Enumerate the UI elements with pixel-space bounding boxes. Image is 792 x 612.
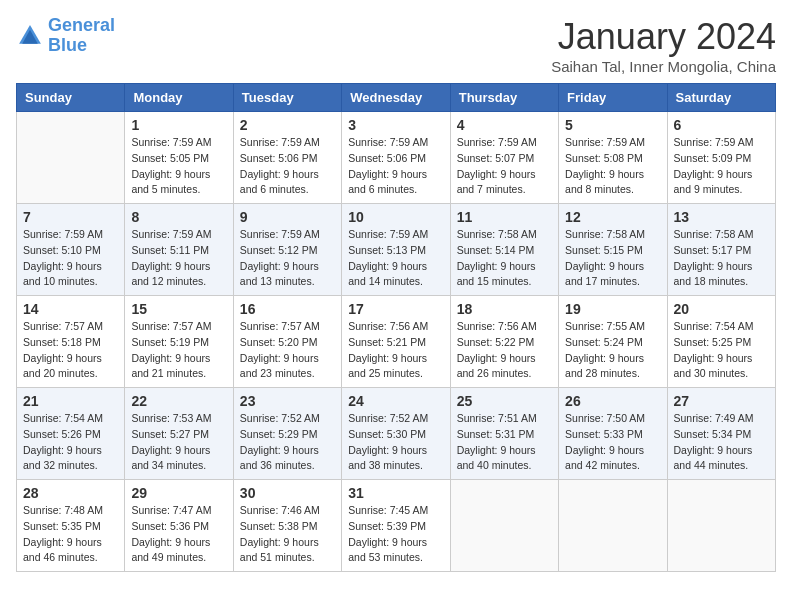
day-info: Sunrise: 7:46 AMSunset: 5:38 PMDaylight:… bbox=[240, 503, 335, 566]
table-row: 3Sunrise: 7:59 AMSunset: 5:06 PMDaylight… bbox=[342, 112, 450, 204]
day-number: 7 bbox=[23, 209, 118, 225]
table-row: 18Sunrise: 7:56 AMSunset: 5:22 PMDayligh… bbox=[450, 296, 558, 388]
table-row: 22Sunrise: 7:53 AMSunset: 5:27 PMDayligh… bbox=[125, 388, 233, 480]
day-number: 30 bbox=[240, 485, 335, 501]
day-number: 23 bbox=[240, 393, 335, 409]
day-info: Sunrise: 7:55 AMSunset: 5:24 PMDaylight:… bbox=[565, 319, 660, 382]
day-number: 15 bbox=[131, 301, 226, 317]
day-info: Sunrise: 7:54 AMSunset: 5:26 PMDaylight:… bbox=[23, 411, 118, 474]
table-row: 23Sunrise: 7:52 AMSunset: 5:29 PMDayligh… bbox=[233, 388, 341, 480]
calendar-week-2: 7Sunrise: 7:59 AMSunset: 5:10 PMDaylight… bbox=[17, 204, 776, 296]
table-row: 30Sunrise: 7:46 AMSunset: 5:38 PMDayligh… bbox=[233, 480, 341, 572]
day-info: Sunrise: 7:59 AMSunset: 5:10 PMDaylight:… bbox=[23, 227, 118, 290]
table-row: 8Sunrise: 7:59 AMSunset: 5:11 PMDaylight… bbox=[125, 204, 233, 296]
day-number: 16 bbox=[240, 301, 335, 317]
table-row: 17Sunrise: 7:56 AMSunset: 5:21 PMDayligh… bbox=[342, 296, 450, 388]
header-friday: Friday bbox=[559, 84, 667, 112]
day-number: 1 bbox=[131, 117, 226, 133]
calendar-table: Sunday Monday Tuesday Wednesday Thursday… bbox=[16, 83, 776, 572]
title-block: January 2024 Saihan Tal, Inner Mongolia,… bbox=[551, 16, 776, 75]
table-row: 14Sunrise: 7:57 AMSunset: 5:18 PMDayligh… bbox=[17, 296, 125, 388]
day-number: 8 bbox=[131, 209, 226, 225]
table-row: 6Sunrise: 7:59 AMSunset: 5:09 PMDaylight… bbox=[667, 112, 775, 204]
day-info: Sunrise: 7:59 AMSunset: 5:12 PMDaylight:… bbox=[240, 227, 335, 290]
day-info: Sunrise: 7:52 AMSunset: 5:30 PMDaylight:… bbox=[348, 411, 443, 474]
header-sunday: Sunday bbox=[17, 84, 125, 112]
logo-text: General Blue bbox=[48, 16, 115, 56]
table-row: 27Sunrise: 7:49 AMSunset: 5:34 PMDayligh… bbox=[667, 388, 775, 480]
logo-general: General bbox=[48, 15, 115, 35]
table-row: 4Sunrise: 7:59 AMSunset: 5:07 PMDaylight… bbox=[450, 112, 558, 204]
day-number: 20 bbox=[674, 301, 769, 317]
day-info: Sunrise: 7:45 AMSunset: 5:39 PMDaylight:… bbox=[348, 503, 443, 566]
table-row: 11Sunrise: 7:58 AMSunset: 5:14 PMDayligh… bbox=[450, 204, 558, 296]
day-number: 12 bbox=[565, 209, 660, 225]
location: Saihan Tal, Inner Mongolia, China bbox=[551, 58, 776, 75]
logo-blue: Blue bbox=[48, 36, 115, 56]
day-number: 28 bbox=[23, 485, 118, 501]
day-number: 14 bbox=[23, 301, 118, 317]
table-row: 31Sunrise: 7:45 AMSunset: 5:39 PMDayligh… bbox=[342, 480, 450, 572]
table-row: 5Sunrise: 7:59 AMSunset: 5:08 PMDaylight… bbox=[559, 112, 667, 204]
header-saturday: Saturday bbox=[667, 84, 775, 112]
day-info: Sunrise: 7:58 AMSunset: 5:17 PMDaylight:… bbox=[674, 227, 769, 290]
day-number: 17 bbox=[348, 301, 443, 317]
day-info: Sunrise: 7:57 AMSunset: 5:19 PMDaylight:… bbox=[131, 319, 226, 382]
day-number: 25 bbox=[457, 393, 552, 409]
table-row: 26Sunrise: 7:50 AMSunset: 5:33 PMDayligh… bbox=[559, 388, 667, 480]
day-number: 11 bbox=[457, 209, 552, 225]
day-number: 24 bbox=[348, 393, 443, 409]
table-row: 2Sunrise: 7:59 AMSunset: 5:06 PMDaylight… bbox=[233, 112, 341, 204]
month-title: January 2024 bbox=[551, 16, 776, 58]
table-row: 12Sunrise: 7:58 AMSunset: 5:15 PMDayligh… bbox=[559, 204, 667, 296]
table-row bbox=[450, 480, 558, 572]
day-number: 6 bbox=[674, 117, 769, 133]
day-info: Sunrise: 7:51 AMSunset: 5:31 PMDaylight:… bbox=[457, 411, 552, 474]
day-number: 22 bbox=[131, 393, 226, 409]
day-info: Sunrise: 7:59 AMSunset: 5:07 PMDaylight:… bbox=[457, 135, 552, 198]
table-row: 19Sunrise: 7:55 AMSunset: 5:24 PMDayligh… bbox=[559, 296, 667, 388]
day-number: 31 bbox=[348, 485, 443, 501]
header-tuesday: Tuesday bbox=[233, 84, 341, 112]
day-info: Sunrise: 7:48 AMSunset: 5:35 PMDaylight:… bbox=[23, 503, 118, 566]
header-row: Sunday Monday Tuesday Wednesday Thursday… bbox=[17, 84, 776, 112]
table-row bbox=[559, 480, 667, 572]
day-number: 29 bbox=[131, 485, 226, 501]
day-info: Sunrise: 7:56 AMSunset: 5:21 PMDaylight:… bbox=[348, 319, 443, 382]
day-number: 26 bbox=[565, 393, 660, 409]
day-info: Sunrise: 7:59 AMSunset: 5:08 PMDaylight:… bbox=[565, 135, 660, 198]
day-number: 18 bbox=[457, 301, 552, 317]
day-info: Sunrise: 7:53 AMSunset: 5:27 PMDaylight:… bbox=[131, 411, 226, 474]
day-info: Sunrise: 7:59 AMSunset: 5:09 PMDaylight:… bbox=[674, 135, 769, 198]
calendar-week-3: 14Sunrise: 7:57 AMSunset: 5:18 PMDayligh… bbox=[17, 296, 776, 388]
day-number: 4 bbox=[457, 117, 552, 133]
day-info: Sunrise: 7:58 AMSunset: 5:14 PMDaylight:… bbox=[457, 227, 552, 290]
table-row: 15Sunrise: 7:57 AMSunset: 5:19 PMDayligh… bbox=[125, 296, 233, 388]
table-row: 16Sunrise: 7:57 AMSunset: 5:20 PMDayligh… bbox=[233, 296, 341, 388]
day-number: 9 bbox=[240, 209, 335, 225]
table-row: 7Sunrise: 7:59 AMSunset: 5:10 PMDaylight… bbox=[17, 204, 125, 296]
day-number: 19 bbox=[565, 301, 660, 317]
day-info: Sunrise: 7:50 AMSunset: 5:33 PMDaylight:… bbox=[565, 411, 660, 474]
logo: General Blue bbox=[16, 16, 115, 56]
calendar-week-4: 21Sunrise: 7:54 AMSunset: 5:26 PMDayligh… bbox=[17, 388, 776, 480]
day-number: 2 bbox=[240, 117, 335, 133]
table-row: 1Sunrise: 7:59 AMSunset: 5:05 PMDaylight… bbox=[125, 112, 233, 204]
day-info: Sunrise: 7:58 AMSunset: 5:15 PMDaylight:… bbox=[565, 227, 660, 290]
day-number: 3 bbox=[348, 117, 443, 133]
day-number: 27 bbox=[674, 393, 769, 409]
day-number: 21 bbox=[23, 393, 118, 409]
day-info: Sunrise: 7:56 AMSunset: 5:22 PMDaylight:… bbox=[457, 319, 552, 382]
calendar-week-1: 1Sunrise: 7:59 AMSunset: 5:05 PMDaylight… bbox=[17, 112, 776, 204]
day-info: Sunrise: 7:59 AMSunset: 5:05 PMDaylight:… bbox=[131, 135, 226, 198]
day-info: Sunrise: 7:59 AMSunset: 5:06 PMDaylight:… bbox=[348, 135, 443, 198]
table-row: 20Sunrise: 7:54 AMSunset: 5:25 PMDayligh… bbox=[667, 296, 775, 388]
day-info: Sunrise: 7:59 AMSunset: 5:13 PMDaylight:… bbox=[348, 227, 443, 290]
table-row: 9Sunrise: 7:59 AMSunset: 5:12 PMDaylight… bbox=[233, 204, 341, 296]
day-number: 5 bbox=[565, 117, 660, 133]
table-row: 10Sunrise: 7:59 AMSunset: 5:13 PMDayligh… bbox=[342, 204, 450, 296]
table-row bbox=[667, 480, 775, 572]
header-wednesday: Wednesday bbox=[342, 84, 450, 112]
table-row: 25Sunrise: 7:51 AMSunset: 5:31 PMDayligh… bbox=[450, 388, 558, 480]
header-monday: Monday bbox=[125, 84, 233, 112]
